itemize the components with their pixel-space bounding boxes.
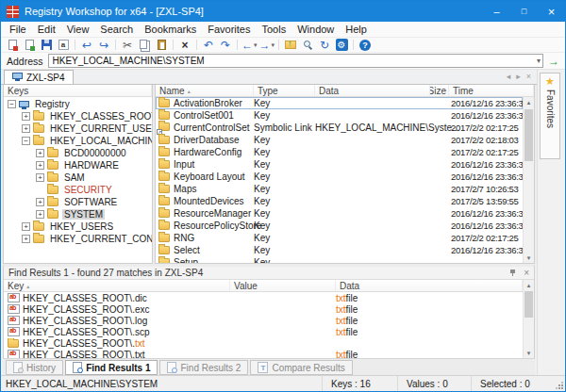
tab-close-icon[interactable]: ×	[526, 72, 531, 81]
column-time[interactable]: Time	[449, 85, 534, 96]
tree-item-hkey-local-machine[interactable]: −HKEY_LOCAL_MACHINE	[4, 135, 152, 147]
expand-icon[interactable]: +	[36, 210, 44, 219]
tree-item-hkey-classes-root[interactable]: +HKEY_CLASSES_ROOT	[4, 110, 152, 122]
table-row[interactable]: InputKey2016/12/16 23:36:35	[156, 158, 523, 171]
table-row[interactable]: MountedDevicesKey2017/2/5 13:59:55	[156, 195, 523, 207]
scroll-thumb[interactable]	[524, 291, 533, 318]
find-column-key[interactable]: Key▴	[4, 280, 230, 291]
scroll-thumb[interactable]	[524, 109, 533, 161]
address-dropdown-icon[interactable]: ▾	[537, 57, 541, 65]
scroll-down-icon[interactable]: ▾	[524, 253, 534, 263]
table-row[interactable]: ActivationBrokerKey2016/12/16 23:36:34	[156, 97, 523, 109]
scroll-up-icon[interactable]: ▴	[524, 97, 534, 107]
column-name[interactable]: Name▴	[156, 85, 254, 96]
menu-tools[interactable]: Tools	[257, 23, 292, 36]
menu-bookmarks[interactable]: Bookmarks	[139, 23, 202, 36]
delete-icon[interactable]: ×	[177, 39, 192, 52]
connection-tab[interactable]: ZXL-SP4	[4, 70, 74, 84]
column-data[interactable]: Data	[315, 85, 430, 96]
tab-find-results-2[interactable]: Find Results 2	[159, 360, 248, 375]
expand-icon[interactable]: +	[22, 112, 30, 121]
rename-icon[interactable]: a	[56, 39, 71, 52]
cut-icon[interactable]: ✂	[120, 39, 135, 52]
column-size[interactable]: Size	[430, 85, 449, 96]
redo-icon[interactable]: ↷	[218, 39, 233, 52]
settings-icon[interactable]: ⚙	[334, 39, 349, 52]
address-input[interactable]	[49, 55, 542, 67]
favorites-tab[interactable]: ★ Favorites	[540, 73, 560, 159]
find-result-row[interactable]: HKEY_CLASSES_ROOT\.dictxtfile	[4, 292, 523, 303]
address-go-button[interactable]: →	[546, 55, 561, 68]
table-row[interactable]: SetupKey	[156, 256, 523, 263]
close-button[interactable]: ×	[538, 1, 565, 22]
menu-search[interactable]: Search	[94, 23, 139, 36]
column-type[interactable]: Type	[254, 85, 315, 96]
tree-item-software[interactable]: +SOFTWARE	[4, 196, 152, 208]
tab-prev-icon[interactable]: ◂	[507, 72, 511, 81]
find-column-value[interactable]: Value	[230, 280, 336, 291]
tab-find-results-1[interactable]: Find Results 1	[65, 360, 158, 375]
back-icon[interactable]: ←▾	[241, 39, 258, 52]
scroll-up-icon[interactable]: ▴	[524, 280, 534, 290]
forward-icon[interactable]: →▾	[259, 39, 275, 52]
expand-icon[interactable]: +	[22, 222, 30, 231]
tree-item-registry[interactable]: −Registry	[4, 98, 152, 110]
find-result-row[interactable]: HKEY_CLASSES_ROOT\.txt	[4, 337, 523, 349]
find-result-row[interactable]: HKEY_CLASSES_ROOT\.scptxtfile	[4, 326, 523, 337]
menu-edit[interactable]: Edit	[32, 23, 61, 36]
table-row[interactable]: ResourceManagerKey2016/12/16 23:36:35	[156, 207, 523, 220]
tree-item-sam[interactable]: +SAM	[4, 172, 152, 184]
minimize-button[interactable]: –	[483, 1, 510, 22]
modify-value-icon[interactable]	[22, 39, 37, 52]
table-row[interactable]: MapsKey2017/2/7 10:26:53	[156, 183, 523, 195]
undo-icon[interactable]: ↶	[201, 39, 216, 52]
tree-item-hkey-current-user[interactable]: +HKEY_CURRENT_USER	[4, 122, 152, 135]
find-scrollbar[interactable]: ▴ ▾	[523, 280, 534, 358]
tree-item-hkey-users[interactable]: +HKEY_USERS	[4, 220, 152, 233]
table-row[interactable]: Keyboard LayoutKey2016/12/16 23:36:35	[156, 171, 523, 183]
expand-icon[interactable]: +	[22, 235, 30, 243]
find-result-row[interactable]: HKEY_CLASSES_ROOT\.logtxtfile	[4, 315, 523, 326]
collapse-icon[interactable]: −	[8, 100, 16, 108]
table-row[interactable]: RNGKey2017/2/2 02:17:25	[156, 232, 523, 244]
up-one-level-icon[interactable]	[283, 39, 298, 52]
collapse-icon[interactable]: −	[22, 137, 30, 145]
scroll-down-icon[interactable]: ▾	[524, 348, 534, 358]
paste-icon[interactable]	[154, 39, 169, 52]
copy-icon[interactable]	[137, 39, 152, 52]
tab-history[interactable]: History	[6, 360, 63, 375]
pin-icon[interactable]	[509, 269, 517, 277]
tree-header-label[interactable]: Keys	[4, 85, 152, 96]
tab-next-icon[interactable]: ▸	[516, 72, 521, 81]
find-result-row[interactable]: HKEY_CLASSES_ROOT\.exctxtfile	[4, 303, 523, 315]
new-key-icon[interactable]	[5, 39, 20, 52]
find-close-icon[interactable]: ×	[524, 269, 529, 278]
maximize-button[interactable]: □	[510, 1, 538, 22]
refresh-icon[interactable]: ↻	[317, 39, 332, 52]
import-icon[interactable]: ↩	[79, 39, 94, 52]
search-icon[interactable]	[300, 39, 315, 52]
tree-item-system[interactable]: +SYSTEM	[4, 208, 152, 220]
table-row[interactable]: HardwareConfigKey2017/2/2 02:17:25	[156, 146, 523, 158]
expand-icon[interactable]: +	[22, 124, 30, 133]
help-icon[interactable]: ?	[358, 39, 373, 52]
table-row[interactable]: ↗CurrentControlSetSymbolic LinkHKEY_LOCA…	[156, 122, 523, 134]
tree-item-hkey-current-config[interactable]: +HKEY_CURRENT_CONFIG	[4, 233, 152, 245]
list-scrollbar[interactable]: ▴ ▾	[523, 97, 534, 263]
table-row[interactable]: ControlSet001Key2016/12/16 23:36:36	[156, 109, 523, 122]
menu-view[interactable]: View	[61, 23, 95, 36]
find-column-data[interactable]: Data	[336, 280, 523, 291]
expand-icon[interactable]: +	[36, 198, 44, 206]
menu-window[interactable]: Window	[291, 23, 340, 36]
tree-item-hardware[interactable]: +HARDWARE	[4, 159, 152, 172]
tree-item-security[interactable]: SECURITY	[4, 184, 152, 196]
menu-help[interactable]: Help	[340, 23, 373, 36]
export-icon[interactable]: ↪	[96, 39, 111, 52]
table-row[interactable]: SelectKey2016/12/16 23:36:35	[156, 244, 523, 256]
resize-grip[interactable]	[554, 376, 565, 391]
expand-icon[interactable]: +	[36, 149, 44, 157]
dropdown-caret-icon[interactable]: ▾	[272, 41, 275, 49]
expand-icon[interactable]: +	[36, 173, 44, 182]
tree-item-bcd00000000[interactable]: +BCD00000000	[4, 147, 152, 159]
save-icon[interactable]	[39, 39, 54, 52]
